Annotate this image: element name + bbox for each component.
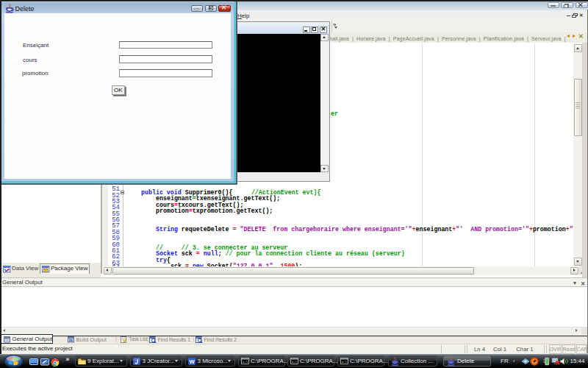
svg-text:C:\: C:\	[292, 361, 298, 364]
svg-text:C:\: C:\	[243, 361, 248, 364]
svg-text:C:\: C:\	[342, 361, 348, 364]
svg-text:W: W	[189, 358, 195, 365]
